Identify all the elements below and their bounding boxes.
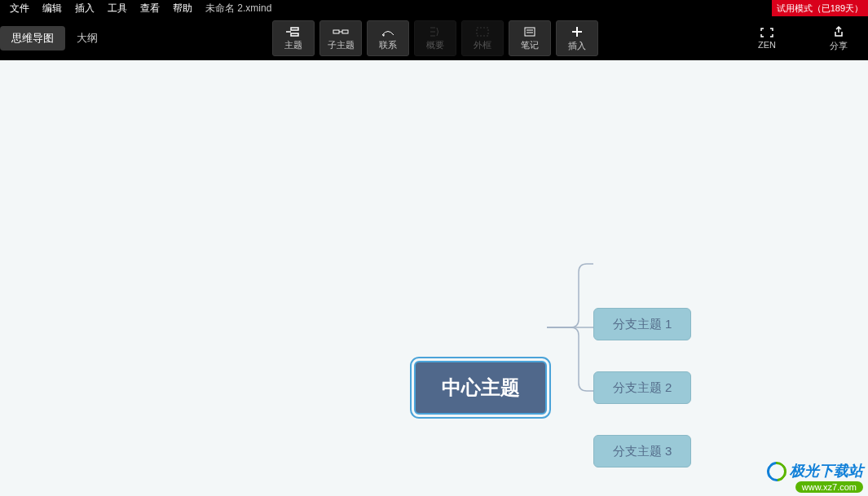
summary-icon bbox=[427, 26, 443, 37]
document-title: 未命名 2.xmind bbox=[199, 2, 278, 15]
connectors bbox=[0, 60, 868, 496]
share-button[interactable]: 分享 bbox=[819, 20, 858, 56]
svg-rect-0 bbox=[333, 30, 339, 33]
subtopic-label: 子主题 bbox=[328, 39, 355, 51]
zen-label: ZEN bbox=[758, 40, 776, 50]
central-topic[interactable]: 中心主题 bbox=[414, 361, 547, 415]
summary-button: 概要 bbox=[414, 20, 456, 56]
swirl-icon bbox=[763, 458, 791, 485]
view-switch: 思维导图 大纲 bbox=[0, 26, 109, 50]
topic-icon bbox=[285, 26, 302, 37]
share-label: 分享 bbox=[830, 40, 848, 52]
menu-file[interactable]: 文件 bbox=[3, 0, 36, 16]
menu-help[interactable]: 帮助 bbox=[166, 0, 199, 16]
branch-topic-2[interactable]: 分支主题 2 bbox=[593, 371, 691, 404]
zen-button[interactable]: ZEN bbox=[747, 20, 786, 56]
menubar: 文件 编辑 插入 工具 查看 帮助 未命名 2.xmind 试用模式（已189天… bbox=[0, 0, 868, 16]
subtopic-icon bbox=[333, 26, 349, 37]
toolbar: 思维导图 大纲 主题 子主题 联系 概要 bbox=[0, 16, 868, 60]
watermark: 极光下载站 www.xz7.com bbox=[767, 461, 863, 493]
svg-rect-1 bbox=[342, 30, 348, 33]
plus-icon bbox=[571, 25, 584, 38]
insert-button[interactable]: 插入 bbox=[556, 20, 598, 56]
tool-group-main: 主题 子主题 联系 概要 外框 bbox=[272, 20, 598, 56]
note-label: 笔记 bbox=[521, 39, 539, 51]
menu-tools[interactable]: 工具 bbox=[101, 0, 134, 16]
tab-mindmap[interactable]: 思维导图 bbox=[0, 26, 65, 50]
boundary-button: 外框 bbox=[461, 20, 504, 56]
svg-rect-3 bbox=[525, 28, 535, 36]
tool-group-right: ZEN 分享 bbox=[747, 20, 858, 56]
menu-view[interactable]: 查看 bbox=[134, 0, 166, 16]
watermark-url: www.xz7.com bbox=[795, 481, 863, 493]
note-icon bbox=[522, 26, 538, 37]
menu-insert[interactable]: 插入 bbox=[68, 0, 101, 16]
summary-label: 概要 bbox=[426, 39, 444, 51]
boundary-icon bbox=[474, 26, 491, 37]
topic-label: 主题 bbox=[284, 39, 302, 51]
branch-topic-3[interactable]: 分支主题 3 bbox=[593, 435, 691, 467]
boundary-label: 外框 bbox=[474, 39, 491, 51]
tab-outline[interactable]: 大纲 bbox=[65, 26, 109, 50]
trial-mode-badge[interactable]: 试用模式（已189天） bbox=[772, 0, 868, 16]
relation-button[interactable]: 联系 bbox=[367, 20, 409, 56]
menu-edit[interactable]: 编辑 bbox=[36, 0, 68, 16]
insert-label: 插入 bbox=[568, 40, 586, 52]
branch-topic-1[interactable]: 分支主题 1 bbox=[593, 308, 691, 340]
note-button[interactable]: 笔记 bbox=[509, 20, 551, 56]
fullscreen-icon bbox=[760, 27, 774, 38]
relation-icon bbox=[380, 26, 396, 37]
relation-label: 联系 bbox=[379, 39, 397, 51]
subtopic-button[interactable]: 子主题 bbox=[319, 20, 362, 56]
svg-rect-2 bbox=[477, 28, 488, 36]
watermark-site: 极光下载站 bbox=[790, 463, 863, 479]
topic-button[interactable]: 主题 bbox=[272, 20, 315, 56]
share-icon bbox=[832, 25, 845, 38]
mindmap-canvas[interactable]: 中心主题 分支主题 1 分支主题 2 分支主题 3 极光下载站 www.xz7.… bbox=[0, 60, 868, 496]
